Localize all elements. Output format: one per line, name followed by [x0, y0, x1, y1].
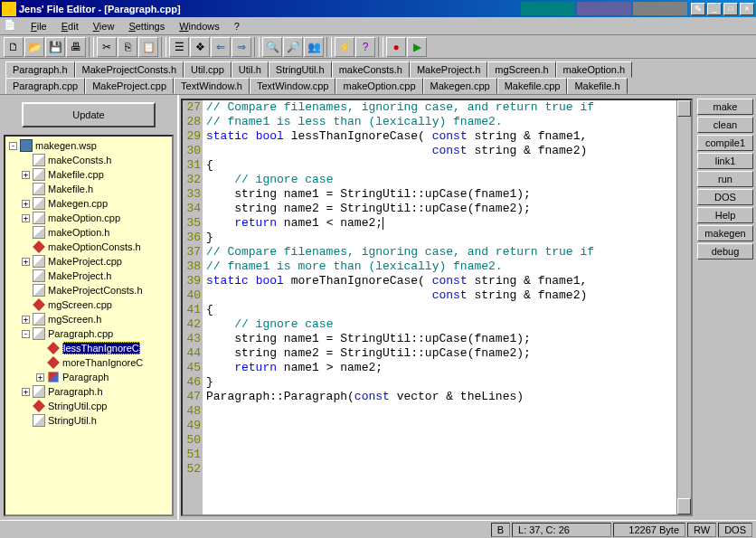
- tab-textwindow-h[interactable]: TextWindow.h: [174, 78, 250, 94]
- record-icon[interactable]: ●: [386, 37, 406, 57]
- tree-item[interactable]: lessThanIgnoreC: [7, 341, 170, 355]
- expand-icon[interactable]: +: [22, 258, 30, 266]
- expand-icon[interactable]: +: [36, 373, 44, 382]
- title-seg-purple: [577, 2, 631, 15]
- expand-icon[interactable]: +: [22, 171, 30, 179]
- tree-label: mgScreen.cpp: [48, 299, 112, 310]
- tab-stringutil-h[interactable]: StringUtil.h: [269, 61, 332, 78]
- tab-makefile-cpp[interactable]: Makefile.cpp: [497, 78, 568, 94]
- tab-makeprojectconsts-h[interactable]: MakeProjectConsts.h: [75, 61, 184, 78]
- copy-icon[interactable]: ⎘: [118, 37, 137, 57]
- list-icon[interactable]: ☰: [169, 37, 189, 57]
- help-button[interactable]: Help: [697, 207, 753, 223]
- close-button[interactable]: ✕: [740, 3, 754, 15]
- forward-icon[interactable]: ⇒: [232, 37, 251, 57]
- vertical-scrollbar[interactable]: [676, 100, 691, 514]
- tree-item[interactable]: moreThanIgnoreC: [7, 355, 170, 370]
- compile1-button[interactable]: compile1: [697, 135, 753, 151]
- dos-button[interactable]: DOS: [697, 189, 753, 205]
- code-editor[interactable]: // Compare filenames, ignoring case, and…: [203, 100, 676, 514]
- tree-item[interactable]: MakeProjectConsts.h: [7, 283, 170, 297]
- tab-paragraph-h[interactable]: Paragraph.h: [5, 61, 75, 78]
- minimize-button[interactable]: _: [707, 3, 722, 15]
- expand-icon[interactable]: +: [22, 214, 30, 222]
- tab-makeproject-h[interactable]: MakeProject.h: [410, 61, 487, 78]
- tree-label: MakeProject.cpp: [48, 256, 122, 267]
- app-menu-icon[interactable]: 📄: [4, 19, 18, 33]
- tab-textwindow-cpp[interactable]: TextWindow.cpp: [250, 78, 335, 94]
- maximize-button[interactable]: ☐: [723, 3, 738, 15]
- status-position: L: 37, C: 26: [512, 523, 611, 537]
- toolbar: 🗋 📂 💾 🖶 ✂ ⎘ 📋 ☰ ❖ ⇐ ⇒ 🔍 🔎 👥 ⚡ ? ● ▶: [0, 35, 756, 59]
- tree-item[interactable]: makeOptionConsts.h: [7, 240, 170, 254]
- tree-item[interactable]: +MakeProject.cpp: [7, 254, 170, 269]
- help-icon[interactable]: ?: [355, 37, 375, 57]
- tab-paragraph-cpp[interactable]: Paragraph.cpp: [5, 78, 85, 94]
- menu-windows[interactable]: Windows: [172, 19, 227, 33]
- tab-util-cpp[interactable]: Util.cpp: [184, 61, 232, 78]
- makegen-button[interactable]: makegen: [697, 225, 753, 241]
- tree-item[interactable]: StringUtil.cpp: [7, 399, 170, 413]
- tree-item[interactable]: makeOption.h: [7, 225, 170, 240]
- title-seg-teal: [521, 2, 575, 15]
- tree-item[interactable]: +Makegen.cpp: [7, 196, 170, 211]
- tab-makeoption-cpp[interactable]: makeOption.cpp: [335, 78, 422, 94]
- bolt-icon[interactable]: ⚡: [335, 37, 354, 57]
- menu-help[interactable]: ?: [227, 19, 247, 33]
- tree-item[interactable]: mgScreen.cpp: [7, 297, 170, 312]
- tree-item[interactable]: +Makefile.cpp: [7, 167, 170, 182]
- menu-edit[interactable]: Edit: [54, 19, 86, 33]
- tab-mgscreen-h[interactable]: mgScreen.h: [487, 61, 555, 78]
- back-icon[interactable]: ⇐: [211, 37, 231, 57]
- open-file-icon[interactable]: 📂: [24, 37, 44, 57]
- debug-button[interactable]: debug: [697, 243, 753, 260]
- tree-item[interactable]: StringUtil.h: [7, 413, 170, 428]
- project-tree[interactable]: -makegen.wspmakeConsts.h+Makefile.cppMak…: [4, 135, 174, 516]
- menu-settings[interactable]: Settings: [121, 19, 172, 33]
- new-file-icon[interactable]: 🗋: [4, 37, 24, 57]
- expand-icon[interactable]: +: [22, 316, 30, 324]
- tree-label: makeOptionConsts.h: [48, 241, 141, 252]
- play-icon[interactable]: ▶: [407, 37, 427, 57]
- file-icon: [33, 255, 45, 268]
- tree-item[interactable]: -makegen.wsp: [7, 138, 170, 153]
- find-down-icon[interactable]: 🔎: [283, 37, 303, 57]
- save-icon[interactable]: 💾: [45, 37, 65, 57]
- print-icon[interactable]: 🖶: [66, 37, 86, 57]
- tree-item[interactable]: +mgScreen.h: [7, 312, 170, 326]
- link1-button[interactable]: link1: [697, 153, 753, 169]
- menu-file[interactable]: File: [24, 19, 54, 33]
- tree-item[interactable]: MakeProject.h: [7, 269, 170, 283]
- tree-label: makegen.wsp: [35, 140, 97, 151]
- tab-makeoption-h[interactable]: makeOption.h: [556, 61, 632, 78]
- tab-makegen-cpp[interactable]: Makegen.cpp: [423, 78, 497, 94]
- tree-item[interactable]: -Paragraph.cpp: [7, 326, 170, 341]
- tree-item[interactable]: Makefile.h: [7, 182, 170, 196]
- find-next-icon[interactable]: 👥: [304, 37, 324, 57]
- pin-button[interactable]: ⬁: [691, 3, 705, 15]
- collapse-icon[interactable]: -: [9, 142, 17, 150]
- tree-item[interactable]: makeConsts.h: [7, 153, 170, 167]
- file-icon: [33, 414, 45, 427]
- make-button[interactable]: make: [697, 99, 753, 115]
- file-icon: [33, 269, 45, 282]
- menu-view[interactable]: View: [86, 19, 122, 33]
- update-button[interactable]: Update: [22, 102, 156, 127]
- tree-item[interactable]: +Paragraph: [7, 370, 170, 384]
- collapse-icon[interactable]: -: [22, 330, 30, 338]
- color-icon[interactable]: ❖: [190, 37, 210, 57]
- file-icon: [33, 284, 45, 297]
- tree-item[interactable]: +Paragraph.h: [7, 384, 170, 399]
- clean-button[interactable]: clean: [697, 117, 753, 133]
- tab-util-h[interactable]: Util.h: [232, 61, 269, 78]
- tab-makeproject-cpp[interactable]: MakeProject.cpp: [85, 78, 174, 94]
- paste-icon[interactable]: 📋: [138, 37, 158, 57]
- expand-icon[interactable]: +: [22, 388, 30, 396]
- tab-makeconsts-h[interactable]: makeConsts.h: [332, 61, 410, 78]
- cut-icon[interactable]: ✂: [97, 37, 117, 57]
- run-button[interactable]: run: [697, 171, 753, 187]
- expand-icon[interactable]: +: [22, 200, 30, 208]
- tab-makefile-h[interactable]: Makefile.h: [567, 78, 627, 94]
- tree-item[interactable]: +makeOption.cpp: [7, 211, 170, 225]
- find-icon[interactable]: 🔍: [262, 37, 282, 57]
